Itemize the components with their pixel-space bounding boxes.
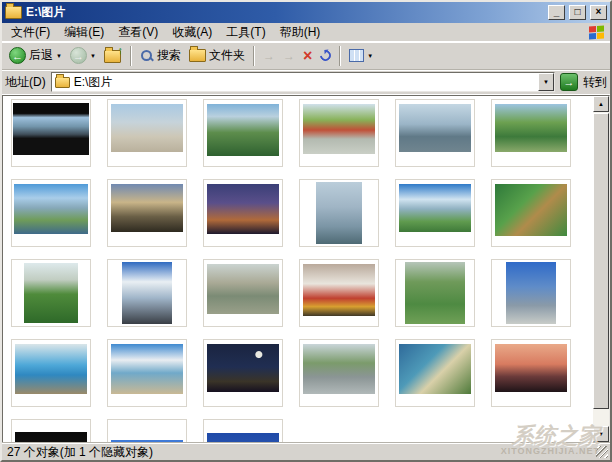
thumbnail[interactable] xyxy=(203,419,283,442)
views-icon xyxy=(349,49,364,62)
go-label: 转到 xyxy=(583,74,607,91)
thumbnail[interactable] xyxy=(395,339,475,407)
photo xyxy=(15,432,87,442)
thumbnail[interactable] xyxy=(395,259,475,327)
thumbnail[interactable] xyxy=(395,179,475,247)
photo xyxy=(316,182,362,244)
toolbar-separator xyxy=(253,46,255,66)
address-value: E:\图片 xyxy=(74,74,113,91)
back-label: 后退 xyxy=(29,47,53,64)
address-dropdown-button[interactable]: ▼ xyxy=(538,73,554,91)
forward-dropdown-icon[interactable]: ▼ xyxy=(90,53,96,59)
menu-bar: 文件(F) 编辑(E) 查看(V) 收藏(A) 工具(T) 帮助(H) xyxy=(2,23,610,42)
thumbnail[interactable] xyxy=(107,419,187,442)
thumbnail[interactable] xyxy=(491,179,571,247)
photo xyxy=(111,104,183,152)
thumbnail[interactable] xyxy=(107,99,187,167)
status-bar: 27 个对象(加 1 个隐藏对象) xyxy=(2,443,610,460)
thumbnail[interactable] xyxy=(107,259,187,327)
thumbnail[interactable] xyxy=(11,259,91,327)
explorer-window: E:\图片 _ □ × 文件(F) 编辑(E) 查看(V) 收藏(A) 工具(T… xyxy=(0,0,612,462)
delete-button[interactable]: × xyxy=(300,47,315,65)
photo xyxy=(207,264,279,314)
forward-button[interactable]: → ▼ xyxy=(67,45,99,66)
photo xyxy=(495,184,567,236)
photo xyxy=(122,262,172,324)
up-button[interactable]: ↑ xyxy=(101,46,125,65)
menu-item-edit[interactable]: 编辑(E) xyxy=(57,23,111,42)
status-text: 27 个对象(加 1 个隐藏对象) xyxy=(7,444,153,461)
move-to-button[interactable]: → xyxy=(260,47,278,65)
title-bar: E:\图片 _ □ × xyxy=(2,2,610,23)
thumbnail[interactable] xyxy=(11,339,91,407)
scroll-up-button[interactable]: ▲ xyxy=(593,96,609,112)
thumbnail[interactable] xyxy=(299,259,379,327)
thumbnail[interactable] xyxy=(299,179,379,247)
resize-grip[interactable] xyxy=(596,446,608,458)
back-button[interactable]: ← 后退 ▼ xyxy=(6,45,65,66)
thumbnail[interactable] xyxy=(11,179,91,247)
thumbnail[interactable] xyxy=(107,179,187,247)
photo xyxy=(399,344,471,394)
forward-icon: → xyxy=(70,47,87,64)
thumbnail[interactable] xyxy=(299,339,379,407)
toolbar: ← 后退 ▼ → ▼ ↑ 搜索 文件夹 → → xyxy=(2,42,610,70)
photo xyxy=(14,184,88,234)
photo xyxy=(399,184,471,232)
address-bar: 地址(D) E:\图片 ▼ → 转到 xyxy=(2,70,610,95)
thumbnail[interactable] xyxy=(203,179,283,247)
minimize-button[interactable]: _ xyxy=(548,5,565,20)
window-title: E:\图片 xyxy=(26,4,544,21)
file-view: ▲ ▼ xyxy=(2,95,610,443)
photo xyxy=(207,104,279,156)
thumbnail[interactable] xyxy=(203,259,283,327)
undo-icon xyxy=(318,48,333,63)
copy-to-button[interactable]: → xyxy=(280,47,298,65)
photo xyxy=(303,104,375,154)
go-button[interactable]: → xyxy=(560,73,578,91)
menu-item-tools[interactable]: 工具(T) xyxy=(219,23,272,42)
thumbnail[interactable] xyxy=(299,99,379,167)
photo xyxy=(15,344,87,394)
menu-item-view[interactable]: 查看(V) xyxy=(111,23,165,42)
vertical-scrollbar[interactable]: ▲ ▼ xyxy=(593,96,609,442)
photo xyxy=(24,263,78,323)
windows-logo-icon xyxy=(589,25,604,39)
photo xyxy=(111,184,183,232)
back-icon: ← xyxy=(9,47,26,64)
scroll-thumb[interactable] xyxy=(593,113,609,409)
close-button[interactable]: × xyxy=(590,5,607,20)
folders-button[interactable]: 文件夹 xyxy=(186,45,248,66)
photo xyxy=(506,262,556,324)
address-label: 地址(D) xyxy=(5,74,46,91)
photo xyxy=(303,344,375,394)
thumbnail[interactable] xyxy=(11,419,91,442)
menu-item-favorites[interactable]: 收藏(A) xyxy=(165,23,219,42)
undo-button[interactable] xyxy=(317,48,334,63)
search-button[interactable]: 搜索 xyxy=(137,45,184,66)
scroll-down-button[interactable]: ▼ xyxy=(593,426,609,442)
photo xyxy=(303,264,375,316)
maximize-button[interactable]: □ xyxy=(569,5,586,20)
thumbnail[interactable] xyxy=(491,259,571,327)
thumbnail[interactable] xyxy=(491,339,571,407)
views-button[interactable]: ▼ xyxy=(346,47,376,64)
menu-item-help[interactable]: 帮助(H) xyxy=(273,23,328,42)
photo xyxy=(495,344,567,392)
photo xyxy=(207,184,279,234)
thumbnail[interactable] xyxy=(107,339,187,407)
back-dropdown-icon[interactable]: ▼ xyxy=(56,53,62,59)
move-to-icon: → xyxy=(263,49,275,63)
thumbnail[interactable] xyxy=(395,99,475,167)
photo xyxy=(111,440,183,442)
views-dropdown-icon[interactable]: ▼ xyxy=(367,53,373,59)
photo xyxy=(399,104,471,152)
address-input[interactable]: E:\图片 ▼ xyxy=(51,72,555,92)
photo xyxy=(207,344,279,392)
thumbnail[interactable] xyxy=(203,99,283,167)
thumbnail[interactable] xyxy=(11,99,91,167)
thumbnail[interactable] xyxy=(491,99,571,167)
folders-label: 文件夹 xyxy=(209,47,245,64)
thumbnail[interactable] xyxy=(203,339,283,407)
menu-item-file[interactable]: 文件(F) xyxy=(4,23,57,42)
